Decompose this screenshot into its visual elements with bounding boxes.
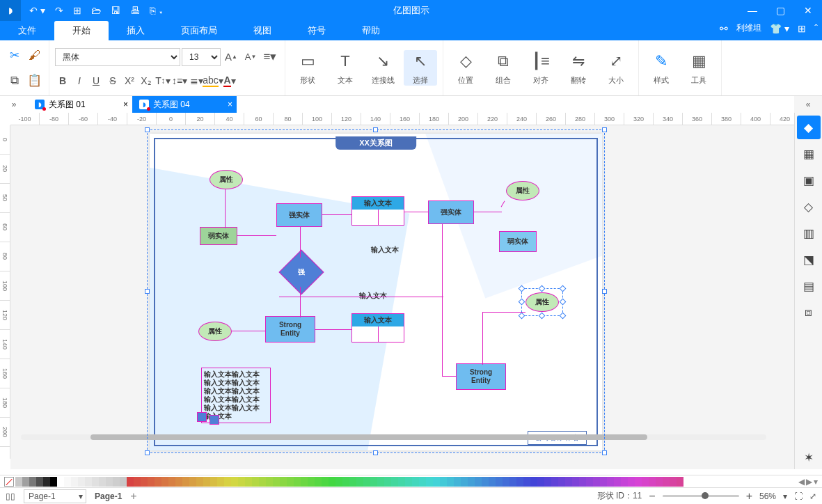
color-swatch[interactable] xyxy=(92,477,99,487)
mini-square-1[interactable] xyxy=(197,412,207,422)
rpanel-ruler-icon[interactable]: ⧈ xyxy=(797,301,821,324)
redo-button[interactable]: ↷ xyxy=(55,5,63,16)
color-swatch[interactable] xyxy=(447,477,454,487)
color-swatch[interactable] xyxy=(370,477,377,487)
spacing-button[interactable]: ↕≡▾ xyxy=(172,73,187,88)
zoom-in-button[interactable]: + xyxy=(746,490,752,503)
color-swatch[interactable] xyxy=(565,477,572,487)
color-swatch[interactable] xyxy=(461,477,468,487)
diagram-title[interactable]: XX关系图 xyxy=(335,136,416,150)
skin-icon[interactable]: 👕 ▾ xyxy=(770,23,789,34)
color-swatch[interactable] xyxy=(238,477,245,487)
menu-page[interactable]: 页面布局 xyxy=(163,21,235,40)
rpanel-shuffle-icon[interactable]: ✶ xyxy=(797,446,821,469)
color-swatch[interactable] xyxy=(15,477,22,487)
color-swatch[interactable] xyxy=(516,477,523,487)
color-swatch[interactable] xyxy=(245,477,252,487)
menu-insert[interactable]: 插入 xyxy=(109,21,163,40)
color-swatch[interactable] xyxy=(64,477,71,487)
rpanel-page-icon[interactable]: ▥ xyxy=(797,221,821,245)
color-swatch[interactable] xyxy=(628,477,635,487)
font-shrink-button[interactable]: A▼ xyxy=(242,48,260,66)
color-swatch[interactable] xyxy=(440,477,447,487)
shape-strong-en-2[interactable]: Strong Entity xyxy=(456,363,506,390)
shape-strong-2[interactable]: 强实体 xyxy=(428,200,474,224)
color-swatch[interactable] xyxy=(342,477,349,487)
undo-button[interactable]: ↶ ▾ xyxy=(29,5,45,16)
color-swatch[interactable] xyxy=(252,477,259,487)
color-swatch[interactable] xyxy=(670,477,677,487)
user-name[interactable]: 利维坦 xyxy=(736,22,761,34)
menu-symbol[interactable]: 符号 xyxy=(290,21,344,40)
color-swatch[interactable] xyxy=(57,477,64,487)
menu-file[interactable]: 文件 xyxy=(0,21,54,40)
color-swatch[interactable] xyxy=(356,477,363,487)
color-swatch[interactable] xyxy=(217,477,224,487)
menu-help[interactable]: 帮助 xyxy=(344,21,398,40)
color-swatch[interactable] xyxy=(161,477,168,487)
color-swatch[interactable] xyxy=(537,477,544,487)
h-scrollbar[interactable] xyxy=(21,434,766,440)
rpanel-grid-icon[interactable]: ▦ xyxy=(797,142,821,166)
color-swatch[interactable] xyxy=(677,477,683,487)
fit-page-button[interactable]: ⛶ xyxy=(794,491,803,501)
open-button[interactable]: 🗁 xyxy=(91,5,101,16)
color-swatch[interactable] xyxy=(85,477,92,487)
position-button[interactable]: ◇位置 xyxy=(449,50,482,86)
color-swatch[interactable] xyxy=(322,477,329,487)
page-label[interactable]: Page-1 xyxy=(95,491,122,501)
color-swatch[interactable] xyxy=(377,477,384,487)
color-swatch[interactable] xyxy=(433,477,440,487)
tools-button[interactable]: ▦工具 xyxy=(682,50,716,86)
color-swatch[interactable] xyxy=(155,477,161,487)
swatch-next[interactable]: ▶ xyxy=(806,477,812,487)
page-select[interactable]: Page-1 xyxy=(24,489,86,503)
strike-button[interactable]: S xyxy=(105,73,120,88)
color-swatch[interactable] xyxy=(335,477,342,487)
shape-tool[interactable]: ▭形状 xyxy=(291,50,324,86)
color-swatch[interactable] xyxy=(301,477,308,487)
flip-button[interactable]: ⇋翻转 xyxy=(562,50,595,86)
color-swatch[interactable] xyxy=(43,477,50,487)
shape-weak-1[interactable]: 弱实体 xyxy=(200,227,237,245)
color-swatch[interactable] xyxy=(210,477,217,487)
color-swatch[interactable] xyxy=(558,477,565,487)
text-align-menu[interactable]: ≡▾ xyxy=(261,48,279,66)
bold-button[interactable]: B xyxy=(55,73,70,88)
print-button[interactable]: 🖶 xyxy=(130,5,140,16)
collapse-ribbon-icon[interactable]: ˆ xyxy=(814,23,818,34)
doc-tab-2[interactable]: ◗关系图 04× xyxy=(132,96,237,113)
select-tool[interactable]: ↖选择 xyxy=(404,50,437,86)
color-swatch[interactable] xyxy=(141,477,148,487)
color-swatch[interactable] xyxy=(231,477,238,487)
canvas[interactable]: XX关系图 属性 属性 强实体 强实体 输入文本 弱实体 弱实体 强 输入文本 … xyxy=(10,125,794,469)
zoom-slider[interactable] xyxy=(663,495,739,497)
align-button[interactable]: ┃≡对齐 xyxy=(524,50,558,86)
color-swatch[interactable] xyxy=(572,477,579,487)
color-swatch[interactable] xyxy=(523,477,530,487)
color-swatch[interactable] xyxy=(127,477,134,487)
color-swatch[interactable] xyxy=(600,477,607,487)
color-swatch[interactable] xyxy=(607,477,614,487)
color-swatch[interactable] xyxy=(280,477,287,487)
right-panel-toggle[interactable]: « xyxy=(794,96,822,113)
pages-view-icon[interactable]: ▯▯ xyxy=(6,491,15,501)
color-swatch[interactable] xyxy=(656,477,663,487)
shape-table-1[interactable]: 输入文本 xyxy=(351,196,404,226)
color-swatch[interactable] xyxy=(398,477,405,487)
color-swatch[interactable] xyxy=(649,477,656,487)
export-button[interactable]: ⎘ ▾ xyxy=(150,5,164,16)
rpanel-layers-icon[interactable]: ◇ xyxy=(797,195,821,219)
color-swatch[interactable] xyxy=(614,477,621,487)
group-button[interactable]: ⧉组合 xyxy=(487,50,520,86)
zoom-out-button[interactable]: − xyxy=(649,490,655,503)
font-grow-button[interactable]: A▲ xyxy=(222,48,240,66)
rpanel-chart-icon[interactable]: ⬔ xyxy=(797,248,821,271)
font-size-select[interactable]: 13 xyxy=(182,48,221,66)
color-swatch[interactable] xyxy=(544,477,551,487)
color-swatch[interactable] xyxy=(189,477,196,487)
swatch-prev[interactable]: ◀ xyxy=(798,477,805,487)
apps-icon[interactable]: ⊞ xyxy=(798,23,806,34)
font-family-select[interactable]: 黑体 xyxy=(55,48,180,66)
color-swatch[interactable] xyxy=(454,477,461,487)
